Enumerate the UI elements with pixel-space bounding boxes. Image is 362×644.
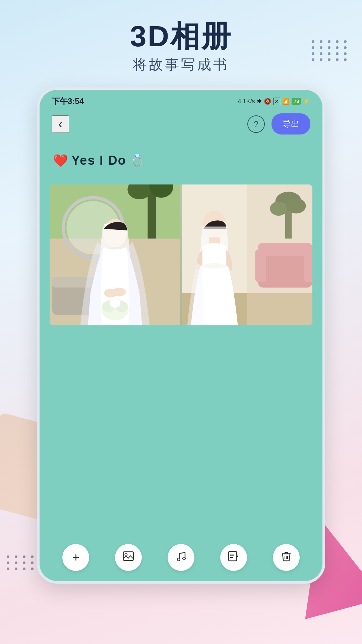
- photo-spread: [50, 184, 312, 325]
- charging-icon: ⚡: [303, 98, 310, 105]
- signal-icon: ...4.1K/s: [233, 98, 255, 105]
- back-button[interactable]: ‹: [52, 115, 69, 133]
- bluetooth-icon: ✱: [257, 98, 262, 105]
- sim-icon: ✕: [273, 98, 280, 105]
- music-button[interactable]: [168, 544, 194, 571]
- photo-left: [50, 184, 180, 325]
- content-area: ❤️ Yes I Do 💍: [40, 140, 322, 537]
- svg-point-16: [110, 298, 121, 308]
- status-bar: 下午3:54 ...4.1K/s ✱ 🔕 ✕ 📶 73 ⚡: [40, 90, 322, 110]
- export-button[interactable]: 导出: [272, 113, 310, 135]
- edit-button[interactable]: [220, 544, 247, 571]
- image-icon: [122, 550, 134, 565]
- alarm-icon: 🔕: [264, 98, 271, 105]
- ring-emoji: 💍: [130, 154, 145, 167]
- svg-rect-39: [247, 184, 312, 325]
- help-icon: ?: [254, 119, 258, 129]
- nav-right: ? 导出: [247, 113, 310, 135]
- edit-icon: [228, 550, 240, 565]
- svg-point-12: [113, 288, 126, 297]
- music-icon: [175, 550, 187, 565]
- bg-dots-bottom-left: [7, 555, 36, 570]
- svg-point-41: [125, 554, 127, 556]
- album-title-text: Yes I Do: [71, 153, 126, 167]
- help-button[interactable]: ?: [247, 115, 265, 133]
- add-page-button[interactable]: +: [62, 544, 89, 571]
- image-button[interactable]: [115, 544, 142, 571]
- wedding-scene-left: [50, 184, 180, 325]
- app-title-sub: 将故事写成书: [0, 55, 362, 74]
- delete-button[interactable]: [273, 544, 300, 571]
- status-icons: ...4.1K/s ✱ 🔕 ✕ 📶 73 ⚡: [233, 98, 310, 105]
- add-icon: +: [72, 550, 79, 565]
- wifi-icon: 📶: [282, 98, 290, 105]
- app-title-area: 3D相册 将故事写成书: [0, 20, 362, 74]
- svg-rect-40: [123, 552, 133, 560]
- status-time: 下午3:54: [52, 96, 84, 107]
- heart-emoji: ❤️: [53, 154, 68, 167]
- app-title-main: 3D相册: [0, 20, 362, 53]
- bottom-toolbar: +: [40, 537, 322, 581]
- wedding-scene-right: [182, 184, 312, 325]
- delete-icon: [280, 550, 292, 565]
- phone-mockup: 下午3:54 ...4.1K/s ✱ 🔕 ✕ 📶 73 ⚡ ‹ ? 导出: [37, 87, 325, 584]
- battery-indicator: 73: [292, 98, 301, 105]
- album-title: ❤️ Yes I Do 💍: [50, 153, 145, 168]
- back-icon: ‹: [58, 117, 62, 131]
- photo-right: [182, 184, 312, 325]
- nav-bar: ‹ ? 导出: [40, 110, 322, 140]
